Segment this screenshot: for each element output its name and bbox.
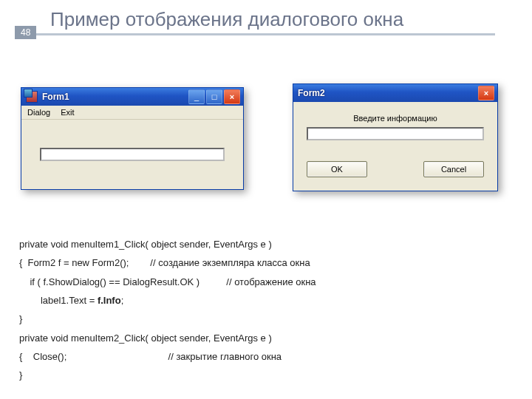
form2-textbox[interactable] bbox=[307, 127, 484, 140]
close-button[interactable]: × bbox=[478, 86, 494, 100]
form1-titlebar[interactable]: Form1 _ □ × bbox=[21, 88, 243, 106]
form2-window: Form2 × Введите информацию OK Cancel bbox=[293, 83, 498, 191]
form1-window-buttons: _ □ × bbox=[188, 89, 240, 104]
ok-button[interactable]: OK bbox=[307, 161, 367, 177]
form2-titlebar[interactable]: Form2 × bbox=[293, 84, 497, 102]
code-line: if ( f.ShowDialog() == DialogResult.OK )… bbox=[19, 273, 514, 291]
form1-textbox[interactable] bbox=[40, 148, 225, 161]
code-block: private void menuItem1_Click( object sen… bbox=[19, 235, 514, 385]
slide-title: Пример отображения диалогового окна bbox=[0, 0, 532, 30]
close-button[interactable]: × bbox=[224, 89, 240, 104]
form1-window: Form1 _ □ × Dialog Exit bbox=[21, 87, 244, 190]
app-icon bbox=[26, 91, 38, 103]
form1-client-area bbox=[21, 120, 243, 189]
code-line: } bbox=[19, 366, 514, 384]
menu-dialog[interactable]: Dialog bbox=[27, 108, 50, 117]
form2-title-text: Form2 bbox=[298, 88, 478, 98]
code-line: } bbox=[19, 310, 514, 328]
code-line: { Close(); // закрытие главного окна bbox=[19, 347, 514, 366]
code-line: label1.Text = f.Info; bbox=[19, 291, 514, 310]
form2-client-area: Введите информацию OK Cancel bbox=[293, 102, 497, 191]
form1-menubar: Dialog Exit bbox=[21, 106, 243, 120]
code-line: private void menuItem2_Click( object sen… bbox=[19, 329, 514, 347]
form2-button-row: OK Cancel bbox=[307, 161, 484, 177]
maximize-button[interactable]: □ bbox=[206, 89, 222, 104]
menu-exit[interactable]: Exit bbox=[61, 108, 74, 117]
form1-title-text: Form1 bbox=[42, 92, 188, 102]
title-underline: 48 bbox=[15, 33, 495, 35]
form2-window-buttons: × bbox=[478, 86, 494, 100]
form2-prompt-label: Введите информацию bbox=[307, 114, 484, 123]
page-number-badge: 48 bbox=[15, 26, 36, 39]
code-line: { Form2 f = new Form2(); // создание экз… bbox=[19, 253, 514, 272]
minimize-button[interactable]: _ bbox=[188, 89, 205, 104]
code-line: private void menuItem1_Click( object sen… bbox=[19, 235, 514, 253]
cancel-button[interactable]: Cancel bbox=[423, 161, 484, 177]
